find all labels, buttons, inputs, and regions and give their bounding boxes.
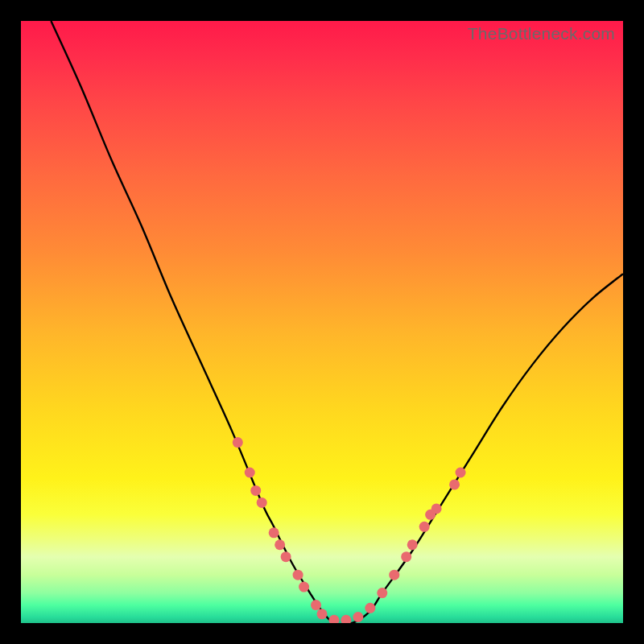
data-marker xyxy=(299,582,309,592)
data-marker xyxy=(328,615,339,623)
data-marker xyxy=(431,503,442,514)
data-marker xyxy=(250,485,261,496)
data-marker xyxy=(456,468,466,478)
curve-path xyxy=(51,21,623,623)
chart-frame: TheBottleneck.com xyxy=(0,0,644,644)
data-marker xyxy=(269,527,279,538)
data-marker xyxy=(353,612,363,622)
data-marker xyxy=(281,551,291,562)
data-marker xyxy=(317,609,328,619)
data-marker xyxy=(419,522,430,532)
data-marker xyxy=(389,570,399,580)
bottleneck-curve xyxy=(21,21,623,623)
data-marker xyxy=(407,539,418,550)
gradient-plot-area: TheBottleneck.com xyxy=(21,21,623,623)
data-marker xyxy=(377,588,387,598)
data-marker xyxy=(449,479,460,489)
data-marker xyxy=(233,437,243,448)
data-marker xyxy=(293,570,303,580)
data-marker xyxy=(365,603,375,613)
marker-group xyxy=(233,437,466,623)
data-marker xyxy=(401,551,411,562)
curve-path-group xyxy=(51,21,623,623)
data-marker xyxy=(341,615,351,623)
data-marker xyxy=(275,539,285,550)
data-marker xyxy=(311,600,321,610)
data-marker xyxy=(257,497,267,508)
data-marker xyxy=(245,468,255,478)
